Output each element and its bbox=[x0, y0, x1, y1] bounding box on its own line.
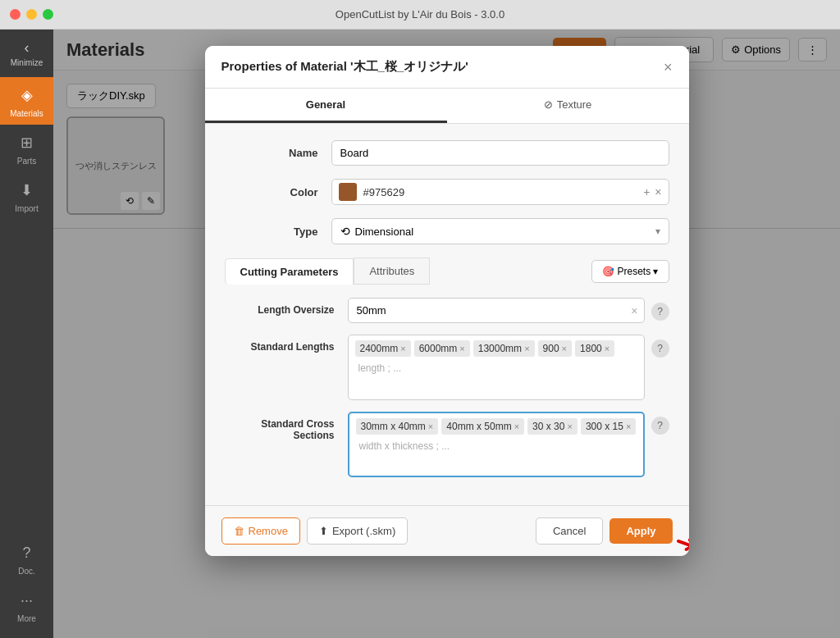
type-dropdown[interactable]: ⟲ Dimensional ▾ bbox=[331, 218, 669, 244]
color-picker[interactable]: #975629 + × bbox=[331, 179, 669, 205]
tag-2400mm: 2400mm × bbox=[355, 340, 411, 357]
standard-cross-help-icon[interactable]: ? bbox=[651, 417, 669, 435]
color-swatch[interactable] bbox=[339, 183, 357, 201]
type-value: Dimensional bbox=[355, 226, 651, 238]
tag-30x30: 30 x 30 × bbox=[527, 418, 578, 435]
length-oversize-input-wrap: × bbox=[348, 298, 645, 323]
sidebar-item-more[interactable]: ··· More bbox=[0, 582, 53, 630]
texture-icon: ⊘ bbox=[544, 98, 553, 111]
type-row: Type ⟲ Dimensional ▾ bbox=[225, 218, 669, 244]
name-row: Name bbox=[225, 140, 669, 166]
sidebar-label-parts: Parts bbox=[17, 157, 36, 166]
close-button[interactable] bbox=[10, 9, 21, 20]
tag-remove-30x40mm[interactable]: × bbox=[428, 422, 433, 431]
cancel-button[interactable]: Cancel bbox=[536, 517, 603, 545]
standard-lengths-placeholder: length ; ... bbox=[355, 360, 405, 376]
modal-close-button[interactable]: × bbox=[664, 60, 673, 75]
standard-lengths-label: Standard Lengths bbox=[225, 335, 348, 353]
sidebar-item-import[interactable]: ⬇ Import bbox=[0, 172, 53, 220]
chevron-down-icon: ▾ bbox=[655, 226, 660, 237]
presets-button[interactable]: 🎯 Presets ▾ bbox=[591, 260, 669, 283]
color-add-button[interactable]: + bbox=[643, 185, 650, 198]
standard-lengths-help-icon[interactable]: ? bbox=[651, 340, 669, 358]
sidebar-label-doc: Doc. bbox=[18, 567, 35, 576]
type-label: Type bbox=[225, 226, 331, 238]
length-oversize-clear[interactable]: × bbox=[631, 304, 637, 317]
length-oversize-input[interactable] bbox=[348, 298, 645, 323]
tag-remove-40x50mm[interactable]: × bbox=[514, 422, 519, 431]
tab-general[interactable]: General bbox=[205, 89, 447, 123]
color-hex-value: #975629 bbox=[363, 186, 637, 198]
sidebar: ‹ Minimize ◈ Materials ⊞ Parts ⬇ Import … bbox=[0, 30, 53, 638]
tag-30x40mm: 30mm x 40mm × bbox=[356, 418, 439, 435]
tag-13000mm: 13000mm × bbox=[473, 340, 535, 357]
modal-footer: 🗑 Remove ⬆ Export (.skm) Cancel Apply bbox=[205, 505, 689, 556]
standard-lengths-row: Standard Lengths 2400mm × 6000mm × bbox=[225, 335, 669, 400]
tag-remove-6000mm[interactable]: × bbox=[459, 344, 464, 353]
modal-tabs: General ⊘ Texture bbox=[205, 89, 689, 124]
sub-tabs: Cutting Parameters Attributes 🎯 Presets … bbox=[225, 257, 669, 285]
materials-icon: ◈ bbox=[16, 84, 39, 107]
trash-icon: 🗑 bbox=[234, 525, 244, 537]
color-row: Color #975629 + × bbox=[225, 179, 669, 205]
modal-overlay: Properties of Material '木工_桜_オリジナル' × Ge… bbox=[53, 30, 840, 638]
sidebar-bottom: ? Doc. ··· More bbox=[0, 535, 53, 638]
footer-right: Cancel Apply ➜ bbox=[536, 517, 673, 545]
apply-button[interactable]: Apply bbox=[609, 518, 672, 544]
sidebar-label-more: More bbox=[17, 614, 36, 623]
color-label: Color bbox=[225, 186, 331, 198]
dimensional-icon: ⟲ bbox=[340, 225, 350, 238]
parts-icon: ⊞ bbox=[16, 131, 39, 154]
doc-icon: ? bbox=[16, 541, 39, 564]
tab-texture-label: Texture bbox=[557, 98, 592, 111]
subtab-cutting[interactable]: Cutting Parameters bbox=[225, 258, 354, 285]
main-layout: ‹ Minimize ◈ Materials ⊞ Parts ⬇ Import … bbox=[0, 30, 840, 638]
minimize-button[interactable] bbox=[26, 9, 37, 20]
sidebar-item-doc[interactable]: ? Doc. bbox=[0, 535, 53, 582]
tag-remove-1800[interactable]: × bbox=[605, 344, 609, 353]
window-title: OpenCutList by L'Air du Bois - 3.0.0 bbox=[336, 8, 504, 21]
sidebar-minimize-button[interactable]: ‹ Minimize bbox=[7, 36, 46, 71]
name-label: Name bbox=[225, 147, 331, 159]
modal-header: Properties of Material '木工_桜_オリジナル' × bbox=[205, 46, 689, 89]
standard-lengths-input[interactable]: 2400mm × 6000mm × 13000mm × bbox=[348, 335, 645, 400]
standard-cross-label: Standard Cross Sections bbox=[225, 412, 348, 441]
tab-texture[interactable]: ⊘ Texture bbox=[447, 89, 689, 123]
maximize-button[interactable] bbox=[43, 9, 53, 20]
footer-left: 🗑 Remove ⬆ Export (.skm) bbox=[221, 517, 409, 545]
content-area: Materials Order + New Material ⚙ Options… bbox=[53, 30, 840, 638]
tag-300x15: 300 x 15 × bbox=[581, 418, 636, 435]
tag-remove-30x30[interactable]: × bbox=[567, 422, 572, 431]
tag-remove-2400mm[interactable]: × bbox=[400, 344, 405, 353]
remove-button[interactable]: 🗑 Remove bbox=[221, 517, 300, 545]
remove-label: Remove bbox=[249, 525, 288, 537]
window-controls[interactable] bbox=[10, 9, 53, 20]
modal-body: Name Color #975629 + × bbox=[205, 124, 689, 505]
tag-remove-13000mm[interactable]: × bbox=[524, 344, 529, 353]
chevron-left-icon: ‹ bbox=[24, 39, 29, 57]
sidebar-item-parts[interactable]: ⊞ Parts bbox=[0, 125, 53, 172]
subtab-attributes[interactable]: Attributes bbox=[354, 257, 430, 285]
tag-900: 900 × bbox=[538, 340, 572, 357]
tag-remove-300x15[interactable]: × bbox=[626, 422, 631, 431]
arrow-indicator: ➜ bbox=[670, 525, 689, 556]
tag-6000mm: 6000mm × bbox=[414, 340, 470, 357]
titlebar: OpenCutList by L'Air du Bois - 3.0.0 bbox=[0, 0, 840, 30]
tag-remove-900[interactable]: × bbox=[562, 344, 567, 353]
standard-cross-row: Standard Cross Sections 30mm x 40mm × 40… bbox=[225, 412, 669, 477]
modal-title: Properties of Material '木工_桜_オリジナル' bbox=[221, 59, 468, 75]
color-actions: + × bbox=[643, 185, 661, 198]
minimize-label: Minimize bbox=[11, 58, 43, 67]
tag-40x50mm: 40mm x 50mm × bbox=[441, 418, 524, 435]
length-oversize-row: Length Oversize × ? bbox=[225, 298, 669, 323]
name-input[interactable] bbox=[331, 140, 669, 166]
color-remove-button[interactable]: × bbox=[655, 185, 661, 198]
sidebar-label-import: Import bbox=[15, 204, 38, 213]
import-icon: ⬇ bbox=[16, 179, 39, 202]
standard-cross-placeholder: width x thickness ; ... bbox=[356, 438, 454, 454]
export-button[interactable]: ⬆ Export (.skm) bbox=[307, 517, 408, 545]
length-oversize-help-icon[interactable]: ? bbox=[651, 303, 669, 321]
length-oversize-label: Length Oversize bbox=[225, 298, 348, 316]
standard-cross-input[interactable]: 30mm x 40mm × 40mm x 50mm × 30 x 30 × bbox=[348, 412, 645, 477]
sidebar-item-materials[interactable]: ◈ Materials bbox=[0, 77, 53, 125]
